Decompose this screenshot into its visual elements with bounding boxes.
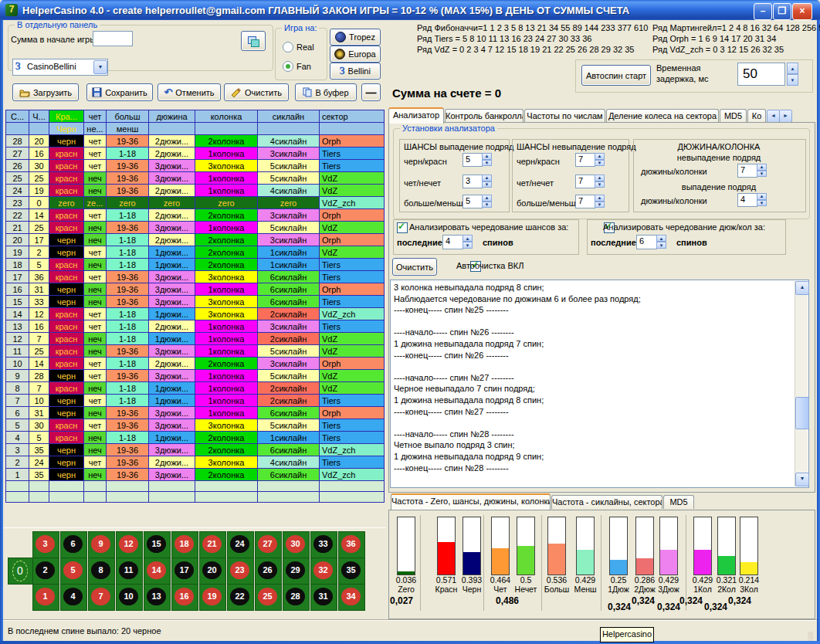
copy-buffer-button[interactable]: В буфер bbox=[295, 83, 357, 101]
roulette-number-cell[interactable]: 1 bbox=[32, 584, 59, 611]
tab-scroll-right-icon[interactable]: ► bbox=[779, 110, 792, 123]
resize-grip[interactable]: ░ bbox=[808, 632, 814, 640]
column-header[interactable]: С... bbox=[6, 110, 29, 123]
roulette-number-cell[interactable]: 29 bbox=[283, 558, 310, 585]
roulette-number-cell[interactable]: 31 bbox=[310, 584, 337, 611]
title-bar[interactable]: 7 HelperCasino 4.0 - create helperroulle… bbox=[0, 0, 820, 20]
log-scrollbar[interactable]: ▲ ▼ bbox=[795, 281, 808, 486]
roulette-number-cell[interactable]: 35 bbox=[338, 558, 365, 585]
spin-even-odd-miss[interactable]: 7 bbox=[575, 175, 595, 188]
column-header[interactable]: дюжина bbox=[149, 110, 195, 123]
spinner-down-icon[interactable]: ▼ bbox=[787, 74, 798, 86]
tab-freq-md5[interactable]: MD5 bbox=[663, 495, 694, 509]
spin-even-odd-hit-buttons[interactable]: ▲▼ bbox=[482, 175, 492, 188]
tab-md5[interactable]: MD5 bbox=[720, 109, 747, 123]
roulette-number-cell[interactable]: 32 bbox=[310, 558, 337, 585]
roulette-number-cell[interactable]: 18 bbox=[171, 531, 198, 558]
spin-black-red-miss-buttons[interactable]: ▲▼ bbox=[595, 153, 605, 166]
tab-analyzer[interactable]: Анализатор bbox=[388, 107, 444, 124]
roulette-number-cell[interactable]: 12 bbox=[116, 531, 143, 558]
casino-tropez-button[interactable]: Tropez bbox=[330, 29, 381, 46]
column-header[interactable]: чет bbox=[84, 110, 107, 123]
roulette-number-cell[interactable]: 3 bbox=[32, 531, 59, 558]
spin-last-dozen[interactable]: 6 bbox=[636, 235, 657, 249]
log-clear-button[interactable]: Очистить bbox=[392, 258, 437, 276]
delay-input[interactable]: 50 bbox=[737, 63, 785, 86]
roulette-number-cell[interactable]: 6 bbox=[60, 531, 87, 558]
roulette-number-cell[interactable]: 11 bbox=[116, 558, 143, 585]
column-header[interactable]: больш bbox=[107, 110, 149, 123]
spinner-up-icon[interactable]: ▲ bbox=[787, 63, 798, 74]
autospin-start-button[interactable]: Автоспин старт bbox=[581, 65, 651, 86]
column-header[interactable]: Ч... bbox=[29, 110, 49, 123]
roulette-number-cell[interactable]: 13 bbox=[144, 584, 171, 611]
casino-combobox[interactable]: Ɜ CasinoBellini ▼ bbox=[12, 59, 108, 76]
spin-dozen-column-miss[interactable]: 7 bbox=[737, 164, 757, 178]
chevron-down-icon[interactable]: ▼ bbox=[93, 60, 107, 74]
tab-ko[interactable]: Ко bbox=[747, 109, 766, 123]
roulette-zero-cell[interactable]: 0 bbox=[8, 558, 33, 585]
roulette-number-cell[interactable]: 26 bbox=[255, 558, 282, 585]
roulette-number-cell[interactable]: 17 bbox=[171, 558, 198, 585]
spin-last-chances-buttons[interactable]: ▲▼ bbox=[463, 235, 473, 249]
spin-hi-lo-miss[interactable]: 7 bbox=[575, 195, 595, 208]
casino-bellini-button[interactable]: Ɜ Bellini bbox=[330, 63, 381, 80]
roulette-number-cell[interactable]: 33 bbox=[310, 531, 337, 558]
tab-bankroll-control[interactable]: Контроль банкролла bbox=[445, 109, 524, 123]
roulette-number-cell[interactable]: 25 bbox=[255, 584, 282, 611]
roulette-number-cell[interactable]: 28 bbox=[283, 584, 310, 611]
roulette-number-cell[interactable]: 7 bbox=[88, 584, 115, 611]
roulette-number-cell[interactable]: 27 bbox=[255, 531, 282, 558]
tab-number-frequencies[interactable]: Частоты по числам bbox=[524, 109, 605, 123]
roulette-number-cell[interactable]: 22 bbox=[227, 584, 254, 611]
spin-hi-lo-hit[interactable]: 5 bbox=[463, 195, 483, 208]
spin-hi-lo-hit-buttons[interactable]: ▲▼ bbox=[482, 195, 492, 208]
tab-freq-main[interactable]: Частота - Zero, шансы, дюжины, колонки bbox=[391, 493, 551, 510]
collapse-button[interactable]: — bbox=[361, 83, 381, 101]
roulette-number-cell[interactable]: 5 bbox=[60, 558, 87, 585]
alternation-chances-checkbox[interactable] bbox=[397, 222, 408, 233]
spin-dozen-column-miss-buttons[interactable]: ▲▼ bbox=[757, 164, 767, 177]
roulette-number-cell[interactable]: 2 bbox=[32, 558, 59, 585]
spin-last-chances[interactable]: 4 bbox=[442, 235, 463, 249]
undo-button[interactable]: ↶ Отменить bbox=[158, 83, 221, 101]
detach-panel-button[interactable] bbox=[241, 31, 266, 51]
spin-dozen-column-hit[interactable]: 4 bbox=[737, 193, 757, 207]
roulette-number-cell[interactable]: 10 bbox=[116, 584, 143, 611]
roulette-number-cell[interactable]: 16 bbox=[171, 584, 198, 611]
roulette-number-cell[interactable]: 21 bbox=[199, 531, 226, 558]
analysis-log[interactable]: 3 колонка невыпадала подряд 8 спин; Набл… bbox=[390, 280, 809, 488]
spin-black-red-hit[interactable]: 5 bbox=[463, 153, 483, 167]
roulette-number-cell[interactable]: 14 bbox=[144, 558, 171, 585]
roulette-number-cell[interactable]: 23 bbox=[227, 558, 254, 585]
start-sum-input[interactable] bbox=[93, 31, 133, 46]
scrollbar-thumb[interactable] bbox=[795, 397, 809, 429]
column-header[interactable]: Кра... bbox=[49, 110, 84, 123]
column-header[interactable]: сиклайн bbox=[258, 110, 320, 123]
tab-wheel-sectors[interactable]: Деление колеса на сектора bbox=[606, 109, 719, 123]
roulette-number-cell[interactable]: 15 bbox=[144, 531, 171, 558]
spin-dozen-column-hit-buttons[interactable]: ▲▼ bbox=[757, 193, 767, 206]
roulette-number-cell[interactable]: 8 bbox=[88, 558, 115, 585]
casino-europa-button[interactable]: Europa bbox=[330, 46, 381, 63]
tab-freq-sixline[interactable]: Частота - сиклайны, сектора bbox=[551, 495, 662, 509]
scroll-up-icon[interactable]: ▲ bbox=[795, 281, 809, 295]
close-button[interactable]: × bbox=[792, 3, 812, 20]
spin-last-dozen-buttons[interactable]: ▲▼ bbox=[656, 235, 666, 249]
minimize-button[interactable]: – bbox=[754, 3, 772, 20]
clear-button[interactable]: Очистить bbox=[224, 83, 289, 101]
delay-spinner[interactable]: ▲ ▼ bbox=[787, 63, 798, 86]
roulette-number-cell[interactable]: 9 bbox=[88, 531, 115, 558]
spin-black-red-hit-buttons[interactable]: ▲▼ bbox=[482, 153, 492, 166]
roulette-number-cell[interactable]: 30 bbox=[283, 531, 310, 558]
roulette-number-cell[interactable]: 19 bbox=[199, 584, 226, 611]
roulette-number-cell[interactable]: 4 bbox=[60, 584, 87, 611]
load-button[interactable]: Загрузить bbox=[12, 83, 79, 101]
spin-even-odd-hit[interactable]: 3 bbox=[463, 175, 483, 188]
roulette-number-cell[interactable]: 34 bbox=[338, 584, 365, 611]
spin-black-red-miss[interactable]: 7 bbox=[575, 153, 595, 167]
roulette-number-cell[interactable]: 20 bbox=[199, 558, 226, 585]
tab-scroll-left-icon[interactable]: ◄ bbox=[767, 110, 780, 123]
spin-hi-lo-miss-buttons[interactable]: ▲▼ bbox=[595, 195, 605, 208]
spin-even-odd-miss-buttons[interactable]: ▲▼ bbox=[595, 175, 605, 188]
